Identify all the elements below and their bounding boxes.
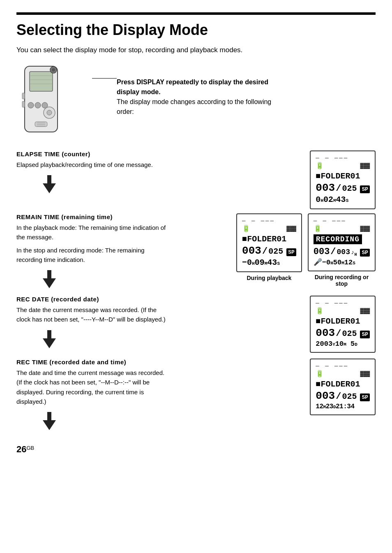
- rec-time-section: REC TIME (recorded date and time) The da…: [16, 359, 376, 432]
- lcd-time-elapse: 0H02M43S: [316, 195, 370, 204]
- svg-marker-20: [43, 278, 56, 288]
- lcd-signal-icon-elapse: ▓▓▓: [360, 163, 370, 169]
- lcd-t-hm: 21:34: [336, 403, 355, 410]
- lcd-folder-elapse: ■ FOLDER01: [316, 171, 370, 181]
- lcd-rr-s: S: [353, 261, 355, 266]
- page-number: 26: [16, 444, 26, 454]
- lcd-recording-label: RECORDING: [314, 234, 362, 244]
- rec-date-main-row: REC DATE (recorded date) The date the cu…: [16, 296, 376, 353]
- lcd-t-day: 23: [326, 403, 333, 410]
- lcd-count2-rp: 025: [268, 247, 283, 256]
- lcd-count-rt: 003 / 025 SP: [316, 390, 370, 402]
- lcd-t-month: 12: [316, 403, 323, 410]
- lcd-rec-time: — — ——— 🔋 ▓▓▓ ■ FOLDER01 003 / 025 SP 12…: [310, 359, 376, 415]
- callout-line: [92, 78, 117, 79]
- lcd-signal-rr: ▓▓▓: [360, 226, 370, 232]
- lcd-year: 2003: [316, 340, 332, 348]
- lcd-top-rp: 🔋 ▓▓▓: [242, 224, 296, 233]
- lcd-rr-min: 50: [333, 259, 341, 266]
- elapse-section: ELAPSE TIME (counter) Elapsed playback/r…: [16, 150, 376, 209]
- elapse-main-row: ELAPSE TIME (counter) Elapsed playback/r…: [16, 150, 376, 209]
- lcd-count2-elapse: 025: [342, 184, 357, 193]
- lcd-e-s-sub: S: [346, 198, 349, 203]
- lcd-rr-h: H: [330, 261, 333, 266]
- lcd-count-elapse: 003 / 025 SP: [316, 182, 370, 194]
- lcd-sp-rt: SP: [360, 393, 370, 401]
- lcd-date-row: 2003Y10M 5D: [316, 340, 370, 348]
- lcd-month: 10: [335, 340, 344, 348]
- rec-time-main-row: REC TIME (recorded date and time) The da…: [16, 359, 376, 432]
- rec-time-left: REC TIME (recorded date and time) The da…: [16, 359, 168, 432]
- elapse-text: Elapsed playback/recording time of one m…: [16, 160, 168, 169]
- rec-time-arrow: [16, 412, 168, 432]
- lcd-elapse: — — ——— 🔋 ▓▓▓ ■ FOLDER01 003 / 025 SP 0H…: [310, 150, 376, 209]
- lcd-count2-rd: 025: [342, 329, 357, 338]
- lcd-col-playback: — — ——— 🔋 ▓▓▓ ■ FOLDER01 003 / 025 SP: [236, 213, 302, 287]
- intro-row: Press DISPLAY repeatedly to display the …: [16, 64, 376, 138]
- lcd-dashes-rr: — — ———: [314, 217, 370, 224]
- svg-marker-18: [43, 183, 56, 193]
- lcd-dashes-rt: — — ———: [316, 363, 370, 369]
- remain-left: REMAIN TIME (remaining time) In the play…: [16, 213, 168, 290]
- lcd-rr-sec: 12: [344, 259, 353, 266]
- svg-rect-21: [47, 270, 51, 279]
- lcd-slash-elapse: /: [336, 183, 341, 194]
- lcd-folder-icon-elapse: ■: [316, 171, 321, 181]
- callout-normal: The display mode changes according to th…: [117, 98, 271, 115]
- lcd-battery-rp: 🔋: [242, 224, 250, 233]
- remain-title: REMAIN TIME (remaining time): [16, 213, 168, 220]
- lcd-count-rp: 003 / 025 SP: [242, 245, 296, 257]
- lcd-signal-rt: ▓▓▓: [360, 371, 370, 377]
- lcd-folder-rt: ■ FOLDER01: [316, 379, 370, 389]
- lcd-recording-label-wrap: RECORDING: [314, 234, 370, 245]
- lcd-count1-rd: 003: [316, 327, 335, 339]
- remain-arrow: [16, 270, 168, 290]
- svg-marker-24: [43, 420, 56, 430]
- page-title: Selecting the Display Mode: [16, 21, 376, 39]
- svg-rect-11: [22, 101, 25, 107]
- remain-text2: In the stop and recording mode: The rema…: [16, 245, 168, 265]
- lcd-rr-m: M: [341, 261, 344, 266]
- page-suffix: GB: [26, 445, 34, 451]
- remain-main-row: REMAIN TIME (remaining time) In the play…: [16, 213, 376, 290]
- rec-date-arrow: [16, 330, 168, 350]
- svg-point-8: [35, 102, 41, 108]
- remain-section: REMAIN TIME (remaining time) In the play…: [16, 213, 376, 290]
- rec-time-right: — — ——— 🔋 ▓▓▓ ■ FOLDER01 003 / 025 SP 12…: [168, 359, 376, 415]
- lcd-mo-sub: M: [344, 342, 346, 347]
- lcd-e-h-sub: H: [321, 198, 323, 203]
- svg-rect-25: [47, 412, 51, 421]
- remain-text1: In the playback mode: The remaining time…: [16, 223, 168, 242]
- device-illustration: [16, 64, 82, 138]
- lcd-folder-text-elapse: FOLDER01: [321, 171, 360, 181]
- callout-text: Press DISPLAY repeatedly to display the …: [117, 73, 273, 117]
- lcd-rp-h: H: [252, 261, 255, 266]
- rec-date-left: REC DATE (recorded date) The date the cu…: [16, 296, 168, 350]
- lcd-time-rp: −0H09M43S: [242, 258, 296, 267]
- lcd-count-rr: 003 / 003 ♪H SP: [314, 247, 370, 257]
- lcd-battery-rd: 🔋: [316, 307, 324, 315]
- rec-date-section: REC DATE (recorded date) The date the cu…: [16, 296, 376, 353]
- lcd-e-m-sub: M: [333, 198, 336, 203]
- lcd-y-sub: Y: [332, 342, 335, 347]
- lcd-sp-elapse: SP: [360, 185, 370, 193]
- lcd-count1-rt: 003: [316, 390, 335, 402]
- elapse-arrow: [16, 175, 168, 195]
- lcd-day: 5: [350, 340, 355, 348]
- lcd-rp-min: 09: [255, 258, 265, 267]
- lcd-remain-play: — — ——— 🔋 ▓▓▓ ■ FOLDER01 003 / 025 SP: [236, 213, 302, 272]
- lcd-count1-rr: 003: [314, 247, 330, 257]
- lcd-dashes-rp: — — ———: [242, 217, 296, 224]
- lcd-rp-minus: −0: [242, 258, 252, 267]
- lcd-folder-rp: ■ FOLDER01: [242, 234, 296, 244]
- svg-rect-23: [47, 330, 51, 339]
- lcd-time-rr: 🎤 −0H50M12S: [314, 258, 370, 266]
- intro-text: You can select the display mode for stop…: [16, 46, 376, 54]
- lcd-top-elapse: 🔋 ▓▓▓: [316, 162, 370, 170]
- lcd-folder-icon-rd: ■: [316, 317, 321, 326]
- lcd-rec-mark: ♪H: [351, 249, 357, 257]
- svg-rect-10: [22, 93, 25, 99]
- lcd-slash-rr: /: [330, 247, 336, 257]
- svg-rect-19: [47, 175, 51, 184]
- page-number-row: 26GB: [16, 444, 376, 455]
